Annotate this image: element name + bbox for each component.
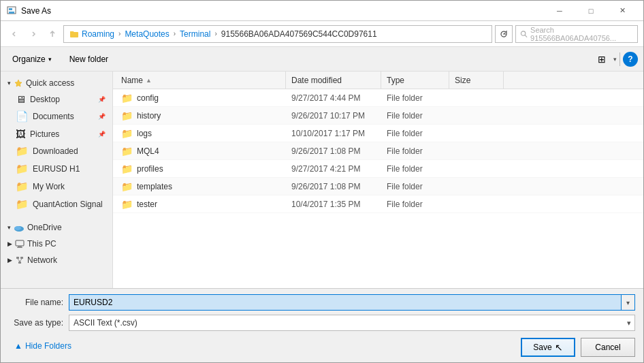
file-type-cell: File folder xyxy=(381,146,449,156)
cursor-indicator: ↖ xyxy=(555,342,563,353)
refresh-button[interactable] xyxy=(495,25,513,43)
sep3: › xyxy=(214,30,216,37)
file-name-cell: tester xyxy=(137,200,157,209)
file-row[interactable]: 📁 history 9/26/2017 10:17 PM File folder xyxy=(113,107,643,125)
svg-rect-13 xyxy=(20,257,23,259)
path-roaming: Roaming xyxy=(82,29,114,39)
back-button[interactable] xyxy=(6,26,22,42)
svg-point-8 xyxy=(14,226,21,230)
file-date-cell: 9/26/2017 10:17 PM xyxy=(286,111,381,121)
help-button[interactable]: ? xyxy=(623,52,638,67)
sidebar-item-eurusd[interactable]: 📁 EURUSD H1 xyxy=(1,160,112,178)
maximize-button[interactable]: □ xyxy=(575,1,607,21)
bottom-section: File name: ▾ Save as type: ASCII Text (*… xyxy=(1,288,643,362)
title-controls: ─ □ ✕ xyxy=(544,1,638,21)
filename-row: File name: ▾ xyxy=(9,294,635,311)
main-content: ▾ Quick access 🖥 Desktop 📄 Documents 🖼 P… xyxy=(1,72,643,288)
save-button[interactable]: Save ↖ xyxy=(521,338,575,357)
sidebar-item-downloaded[interactable]: 📁 Downloaded xyxy=(1,142,112,160)
eurusd-label: EURUSD H1 xyxy=(33,164,80,174)
folder-icon-sm: 📁 xyxy=(121,128,133,139)
onedrive-section[interactable]: ▾ OneDrive xyxy=(1,219,112,235)
section-chevron: ▾ xyxy=(7,80,11,86)
thispc-chevron: ▶ xyxy=(7,240,12,247)
organize-button[interactable]: Organize ▾ xyxy=(6,50,58,68)
quantaction-label: QuantAction Signal xyxy=(33,200,103,209)
sort-indicator: ▲ xyxy=(146,77,152,84)
sidebar-item-documents[interactable]: 📄 Documents xyxy=(1,108,112,125)
view-dropdown[interactable]: ▾ xyxy=(613,56,617,63)
filename-input[interactable] xyxy=(69,294,622,311)
file-row[interactable]: 📁 profiles 9/27/2017 4:21 PM File folder xyxy=(113,160,643,178)
path-terminal: Terminal xyxy=(180,29,210,39)
svg-line-16 xyxy=(20,259,22,262)
file-name-cell: profiles xyxy=(137,164,163,174)
search-box[interactable]: Search 915566BA06ADA40756... xyxy=(515,25,638,43)
pictures-label: Pictures xyxy=(30,129,59,139)
file-row[interactable]: 📁 config 9/27/2017 4:44 PM File folder xyxy=(113,89,643,107)
file-type-cell: File folder xyxy=(381,129,449,138)
file-date-cell: 9/26/2017 1:08 PM xyxy=(286,146,381,156)
toolbar-sep xyxy=(619,52,620,66)
file-rows-container: 📁 config 9/27/2017 4:44 PM File folder 📁… xyxy=(113,89,643,213)
col-header-date[interactable]: Date modified xyxy=(286,72,381,89)
col-header-name[interactable]: Name ▲ xyxy=(116,72,286,89)
minimize-button[interactable]: ─ xyxy=(544,1,575,21)
new-folder-button[interactable]: New folder xyxy=(63,50,114,68)
svg-point-4 xyxy=(521,31,525,35)
file-type-cell: File folder xyxy=(381,111,449,121)
file-row[interactable]: 📁 MQL4 9/26/2017 1:08 PM File folder xyxy=(113,142,643,160)
file-row[interactable]: 📁 templates 9/26/2017 1:08 PM File folde… xyxy=(113,178,643,195)
quantaction-icon: 📁 xyxy=(16,198,29,210)
saveastype-label: Save as type: xyxy=(9,318,63,328)
file-name-cell: templates xyxy=(137,182,172,191)
svg-rect-10 xyxy=(18,246,22,247)
close-button[interactable]: ✕ xyxy=(607,1,638,21)
network-section[interactable]: ▶ Network xyxy=(1,251,112,268)
address-bar: Roaming › MetaQuotes › Terminal › 915566… xyxy=(1,21,643,47)
downloaded-label: Downloaded xyxy=(33,146,78,156)
folder-icon-sm: 📁 xyxy=(121,110,133,121)
thispc-label: This PC xyxy=(27,239,57,249)
filename-dropdown-btn[interactable]: ▾ xyxy=(622,294,635,311)
svg-rect-12 xyxy=(16,257,19,259)
file-name-cell: history xyxy=(137,111,161,121)
folder-icon-sm: 📁 xyxy=(121,181,133,192)
col-header-type[interactable]: Type xyxy=(381,72,449,89)
saveastype-select[interactable]: ASCII Text (*.csv)CSV (*.csv)Text (*.txt… xyxy=(69,315,635,331)
saveastype-row: Save as type: ASCII Text (*.csv)CSV (*.c… xyxy=(9,315,635,331)
svg-marker-6 xyxy=(15,80,22,86)
file-type-cell: File folder xyxy=(381,200,449,209)
svg-rect-3 xyxy=(70,32,78,37)
network-icon xyxy=(15,255,25,265)
onedrive-chevron: ▾ xyxy=(7,224,11,231)
file-row[interactable]: 📁 tester 10/4/2017 1:35 PM File folder xyxy=(113,195,643,213)
quick-access-section[interactable]: ▾ Quick access xyxy=(1,74,112,91)
sidebar: ▾ Quick access 🖥 Desktop 📄 Documents 🖼 P… xyxy=(1,72,113,288)
network-chevron: ▶ xyxy=(7,257,12,264)
sidebar-item-quantaction[interactable]: 📁 QuantAction Signal xyxy=(1,195,112,213)
forward-button[interactable] xyxy=(25,26,42,42)
up-button[interactable] xyxy=(44,26,61,42)
quick-access-label: Quick access xyxy=(26,78,74,88)
file-row[interactable]: 📁 logs 10/10/2017 1:17 PM File folder xyxy=(113,125,643,142)
sep2: › xyxy=(174,30,176,37)
mywork-label: My Work xyxy=(33,182,65,191)
sidebar-item-desktop[interactable]: 🖥 Desktop xyxy=(1,91,112,108)
folder-icon-sm: 📁 xyxy=(121,146,133,157)
cancel-button[interactable]: Cancel xyxy=(581,338,635,357)
col-header-size[interactable]: Size xyxy=(449,72,504,89)
hide-folders-button[interactable]: ▲ Hide Folders xyxy=(9,338,77,353)
sidebar-item-pictures[interactable]: 🖼 Pictures xyxy=(1,125,112,142)
address-path[interactable]: Roaming › MetaQuotes › Terminal › 915566… xyxy=(63,25,492,43)
eurusd-icon: 📁 xyxy=(16,163,29,175)
view-button[interactable]: ⊞ xyxy=(593,50,611,68)
mywork-icon: 📁 xyxy=(16,180,29,193)
pictures-icon: 🖼 xyxy=(16,128,26,140)
path-guid: 915566BA06ADA407569C544CC0D97611 xyxy=(221,29,377,39)
folder-icon-sm: 📁 xyxy=(121,199,133,210)
documents-label: Documents xyxy=(33,112,74,121)
thispc-section[interactable]: ▶ This PC xyxy=(1,235,112,251)
dialog-title: Save As xyxy=(21,6,51,16)
sidebar-item-mywork[interactable]: 📁 My Work xyxy=(1,178,112,195)
